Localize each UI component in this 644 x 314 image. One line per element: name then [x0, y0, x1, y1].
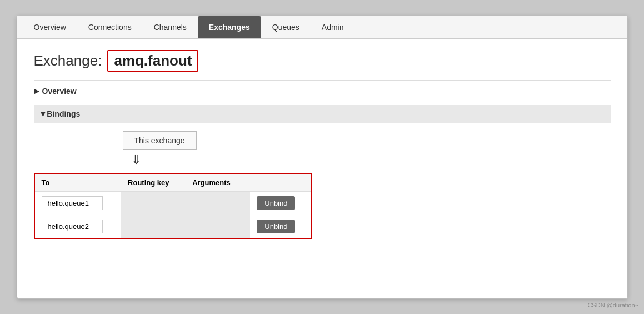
bindings-table: To Routing key Arguments hello.queue1Unb… — [35, 174, 311, 238]
routing-key-cell-0 — [121, 191, 186, 215]
table-row: hello.queue1Unbind — [35, 191, 311, 215]
this-exchange-box: This exchange — [123, 131, 197, 150]
bindings-section-label: Bindings — [47, 109, 80, 118]
watermark: CSDN @duration~ — [587, 302, 638, 308]
tab-bar: Overview Connections Channels Exchanges … — [17, 16, 627, 39]
overview-section-header[interactable]: ▶ Overview — [34, 83, 611, 99]
unbind-button-0[interactable]: Unbind — [257, 196, 295, 210]
routing-key-cell-1 — [121, 215, 186, 238]
table-row: hello.queue2Unbind — [35, 215, 311, 238]
queue-name-1: hello.queue2 — [42, 220, 103, 233]
main-window: Overview Connections Channels Exchanges … — [17, 16, 628, 299]
action-cell-0: Unbind — [250, 191, 310, 215]
queue-cell-1: hello.queue2 — [35, 215, 122, 238]
exchange-prefix: Exchange: — [34, 52, 102, 69]
tab-exchanges[interactable]: Exchanges — [198, 16, 261, 38]
exchange-name: amq.fanout — [107, 50, 198, 72]
bindings-section-header[interactable]: ▼ Bindings — [34, 105, 611, 123]
tab-admin[interactable]: Admin — [311, 16, 355, 38]
col-header-routing-key: Routing key — [121, 174, 186, 192]
tab-overview[interactable]: Overview — [23, 16, 77, 38]
tab-channels[interactable]: Channels — [143, 16, 198, 38]
col-header-arguments: Arguments — [186, 174, 250, 192]
arguments-cell-0 — [186, 191, 250, 215]
col-header-to: To — [35, 174, 122, 192]
bindings-arrow-icon: ▼ — [39, 109, 47, 118]
bindings-content: This exchange ⇓ To Routing key Arguments… — [34, 131, 611, 241]
overview-arrow-icon: ▶ — [34, 87, 39, 95]
col-header-action — [250, 174, 310, 192]
tab-queues[interactable]: Queues — [261, 16, 311, 38]
divider-1 — [34, 80, 611, 81]
action-cell-1: Unbind — [250, 215, 310, 238]
overview-section-label: Overview — [42, 87, 77, 96]
exchange-title: Exchange: amq.fanout — [34, 50, 611, 72]
tab-connections[interactable]: Connections — [77, 16, 143, 38]
unbind-button-1[interactable]: Unbind — [257, 220, 295, 233]
queue-cell-0: hello.queue1 — [35, 191, 122, 215]
arguments-cell-1 — [186, 215, 250, 238]
main-content: Exchange: amq.fanout ▶ Overview ▼ Bindin… — [17, 39, 627, 252]
bindings-table-wrapper: To Routing key Arguments hello.queue1Unb… — [34, 173, 312, 239]
divider-2 — [34, 102, 611, 102]
down-arrow-icon: ⇓ — [131, 153, 611, 167]
queue-name-0: hello.queue1 — [42, 196, 103, 210]
